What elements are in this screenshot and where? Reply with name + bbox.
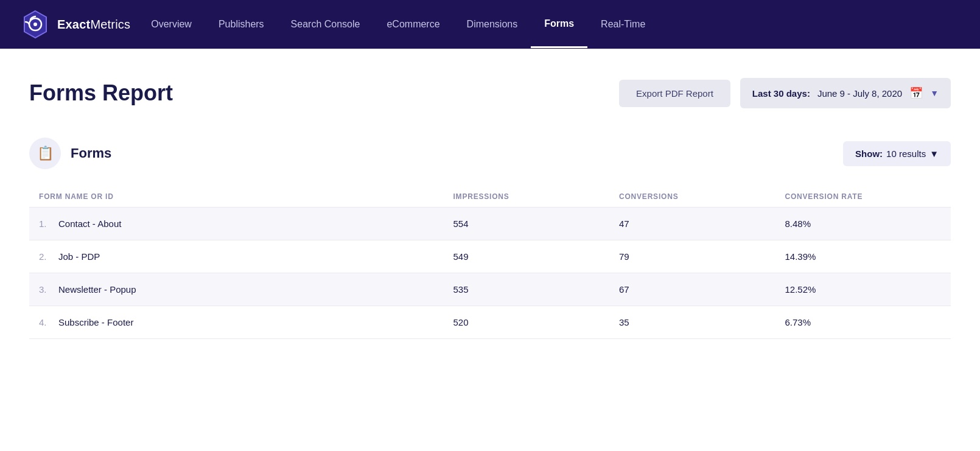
row-form-name: Contact - About <box>58 219 121 229</box>
navbar: ExactMetrics OverviewPublishersSearch Co… <box>0 0 980 49</box>
row-form-name: Subscribe - Footer <box>58 317 133 327</box>
nav-link-real-time[interactable]: Real-Time <box>587 2 659 47</box>
nav-link-forms[interactable]: Forms <box>531 1 587 48</box>
cell-conversions-0: 47 <box>619 208 785 240</box>
table-row: 3.Newsletter - Popup5356712.52% <box>29 273 951 306</box>
cell-rate-2: 12.52% <box>785 273 951 306</box>
forms-table: FORM NAME OR IDIMPRESSIONSCONVERSIONSCON… <box>29 186 951 339</box>
cell-name-2: 3.Newsletter - Popup <box>29 273 199 306</box>
table-row: 4.Subscribe - Footer520356.73% <box>29 306 951 339</box>
table-header-row: FORM NAME OR IDIMPRESSIONSCONVERSIONSCON… <box>29 186 951 208</box>
forms-icon: 📋 <box>29 138 61 169</box>
row-form-name: Newsletter - Popup <box>58 284 136 295</box>
export-pdf-button[interactable]: Export PDF Report <box>619 80 730 107</box>
calendar-icon: 📅 <box>909 86 923 100</box>
table-row: 1.Contact - About554478.48% <box>29 208 951 240</box>
cell-impressions-0: 554 <box>453 208 619 240</box>
row-number: 3. <box>39 284 54 295</box>
page-title: Forms Report <box>29 80 173 106</box>
col-header-2: CONVERSIONS <box>619 186 785 208</box>
cell-impressions-3: 520 <box>453 306 619 339</box>
svg-point-1 <box>33 23 37 26</box>
table-row: 2.Job - PDP5497914.39% <box>29 240 951 273</box>
nav-links: OverviewPublishersSearch ConsoleeCommerc… <box>138 1 659 48</box>
section-title: Forms <box>71 145 111 161</box>
nav-link-overview[interactable]: Overview <box>138 2 205 47</box>
col-header-0: FORM NAME OR ID <box>29 186 453 208</box>
logo-icon <box>19 9 51 40</box>
date-range-button[interactable]: Last 30 days: June 9 - July 8, 2020 📅 ▼ <box>740 78 951 108</box>
show-results-button[interactable]: Show: 10 results ▼ <box>843 141 951 166</box>
cell-conversions-3: 35 <box>619 306 785 339</box>
chevron-down-icon: ▼ <box>930 88 939 98</box>
cell-rate-1: 14.39% <box>785 240 951 273</box>
show-chevron-icon: ▼ <box>929 149 939 159</box>
row-form-name: Job - PDP <box>58 251 100 262</box>
table-header: FORM NAME OR IDIMPRESSIONSCONVERSIONSCON… <box>29 186 951 208</box>
row-number: 4. <box>39 317 54 327</box>
cell-rate-3: 6.73% <box>785 306 951 339</box>
row-number: 1. <box>39 219 54 229</box>
section-header: 📋 Forms Show: 10 results ▼ <box>29 138 951 169</box>
show-value: 10 results <box>886 149 926 159</box>
show-label: Show: <box>855 149 883 159</box>
logo-area[interactable]: ExactMetrics <box>19 9 130 40</box>
cell-name-0: 1.Contact - About <box>29 208 199 240</box>
cell-name-3: 4.Subscribe - Footer <box>29 306 199 338</box>
col-header-3: CONVERSION RATE <box>785 186 951 208</box>
nav-link-dimensions[interactable]: Dimensions <box>453 2 531 47</box>
cell-conversions-2: 67 <box>619 273 785 306</box>
logo-text: ExactMetrics <box>57 18 130 32</box>
cell-name-1: 2.Job - PDP <box>29 240 199 273</box>
cell-rate-0: 8.48% <box>785 208 951 240</box>
row-number: 2. <box>39 251 54 262</box>
cell-conversions-1: 79 <box>619 240 785 273</box>
nav-link-ecommerce[interactable]: eCommerce <box>373 2 453 47</box>
table-body: 1.Contact - About554478.48%2.Job - PDP54… <box>29 208 951 339</box>
section-title-area: 📋 Forms <box>29 138 111 169</box>
nav-link-search-console[interactable]: Search Console <box>278 2 374 47</box>
cell-impressions-2: 535 <box>453 273 619 306</box>
nav-link-publishers[interactable]: Publishers <box>205 2 278 47</box>
col-header-1: IMPRESSIONS <box>453 186 619 208</box>
date-prefix: Last 30 days: <box>752 88 810 99</box>
header-actions: Export PDF Report Last 30 days: June 9 -… <box>619 78 951 108</box>
cell-impressions-1: 549 <box>453 240 619 273</box>
page-header: Forms Report Export PDF Report Last 30 d… <box>29 78 951 108</box>
main-content: Forms Report Export PDF Report Last 30 d… <box>0 49 980 451</box>
date-range-value: June 9 - July 8, 2020 <box>817 88 902 99</box>
